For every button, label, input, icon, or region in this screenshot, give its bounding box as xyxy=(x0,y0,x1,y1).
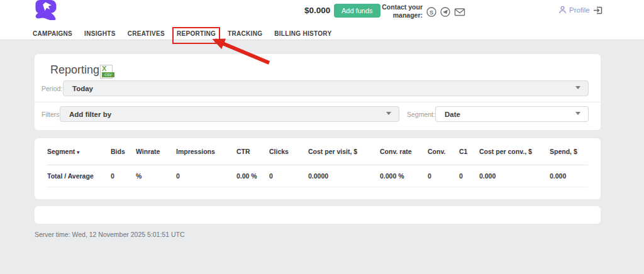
add-funds-button[interactable]: Add funds xyxy=(334,4,380,18)
nav-billing-history[interactable]: BILLING HISTORY xyxy=(274,28,331,40)
telegram-icon[interactable] xyxy=(440,7,450,17)
cell-conv-rate: 0.000 % xyxy=(380,165,428,187)
table-header-row: Segment▾ Bids Winrate Impressions CTR Cl… xyxy=(47,138,588,165)
person-icon xyxy=(558,6,567,14)
main-nav: CAMPAIGNS INSIGHTS CREATIVES REPORTING T… xyxy=(33,28,331,40)
cell-impressions: 0 xyxy=(176,165,236,187)
cell-bids: 0 xyxy=(111,165,136,187)
nav-reporting[interactable]: REPORTING xyxy=(177,28,216,40)
empty-panel xyxy=(35,206,601,224)
col-winrate[interactable]: Winrate xyxy=(136,138,176,165)
contact-manager-label: Contact your manager: xyxy=(381,3,423,19)
col-cost-per-conv[interactable]: Cost per conv., $ xyxy=(479,138,550,165)
col-conv[interactable]: Conv. xyxy=(428,138,459,165)
cell-cost-per-visit: 0.0000 xyxy=(308,165,380,187)
col-c1[interactable]: C1 xyxy=(459,138,479,165)
svg-text:S: S xyxy=(430,9,433,16)
segment-label: Segment: xyxy=(407,111,435,118)
nav-creatives[interactable]: CREATIVES xyxy=(128,28,165,40)
cell-conv: 0 xyxy=(428,165,459,187)
cell-spend: 0.000 xyxy=(550,165,588,187)
contact-icons: S xyxy=(426,7,465,17)
email-icon[interactable] xyxy=(454,7,465,17)
csv-badge: CSV xyxy=(102,72,114,77)
profile-button[interactable]: Profile xyxy=(558,6,590,14)
nav-campaigns[interactable]: CAMPAIGNS xyxy=(33,28,72,40)
cell-ctr: 0.00 % xyxy=(236,165,269,187)
logout-icon[interactable] xyxy=(592,5,603,16)
export-csv-icon[interactable]: X CSV xyxy=(100,65,113,79)
account-balance: $0.000 xyxy=(304,6,330,15)
period-dropdown[interactable]: Today xyxy=(63,80,589,96)
segment-value: Date xyxy=(445,111,460,118)
cell-c1: 0 xyxy=(459,165,479,187)
cell-cost-per-conv: 0.000 xyxy=(479,165,550,187)
filters-dropdown[interactable]: Add filter by xyxy=(60,106,399,122)
chevron-down-icon xyxy=(575,112,580,115)
col-impressions[interactable]: Impressions xyxy=(176,138,236,165)
profile-label: Profile xyxy=(569,6,590,14)
nav-tracking[interactable]: TRACKING xyxy=(228,28,262,40)
col-segment[interactable]: Segment▾ xyxy=(47,138,111,165)
divider xyxy=(35,102,601,102)
server-time: Server time: Wed, 12 November 2025 5:01:… xyxy=(35,231,185,238)
period-value: Today xyxy=(72,85,93,92)
col-cost-per-visit[interactable]: Cost per visit, $ xyxy=(308,138,380,165)
cell-winrate: % xyxy=(136,165,176,187)
contact-manager-block: Contact your manager: S xyxy=(381,3,465,19)
page-title: Reporting xyxy=(50,63,99,77)
chevron-down-icon xyxy=(386,112,391,115)
period-label: Period: xyxy=(42,85,62,92)
filters-value: Add filter by xyxy=(69,111,111,118)
sort-caret-icon: ▾ xyxy=(77,150,79,155)
chevron-down-icon xyxy=(575,86,580,89)
nav-insights[interactable]: INSIGHTS xyxy=(84,28,116,40)
skype-icon[interactable]: S xyxy=(426,7,436,17)
col-ctr[interactable]: CTR xyxy=(236,138,269,165)
segment-dropdown[interactable]: Date xyxy=(435,106,589,122)
col-bids[interactable]: Bids xyxy=(111,138,136,165)
annotation-highlight-box xyxy=(172,27,220,44)
col-conv-rate[interactable]: Conv. rate xyxy=(380,138,428,165)
col-clicks[interactable]: Clicks xyxy=(269,138,308,165)
report-controls-card: Reporting X CSV Period: Today Filters: A… xyxy=(35,54,601,130)
app-screen: $0.000 Add funds Contact your manager: S xyxy=(0,0,644,274)
table-row-total: Total / Average 0 % 0 0.00 % 0 0.0000 0.… xyxy=(47,165,588,187)
cell-segment: Total / Average xyxy=(47,165,111,187)
report-table: Segment▾ Bids Winrate Impressions CTR Cl… xyxy=(47,138,588,187)
cell-clicks: 0 xyxy=(269,165,308,187)
brand-logo-icon[interactable] xyxy=(33,0,58,20)
col-spend[interactable]: Spend, $ xyxy=(550,138,588,165)
report-table-card: Segment▾ Bids Winrate Impressions CTR Cl… xyxy=(35,138,601,199)
filters-label: Filters: xyxy=(42,111,62,118)
